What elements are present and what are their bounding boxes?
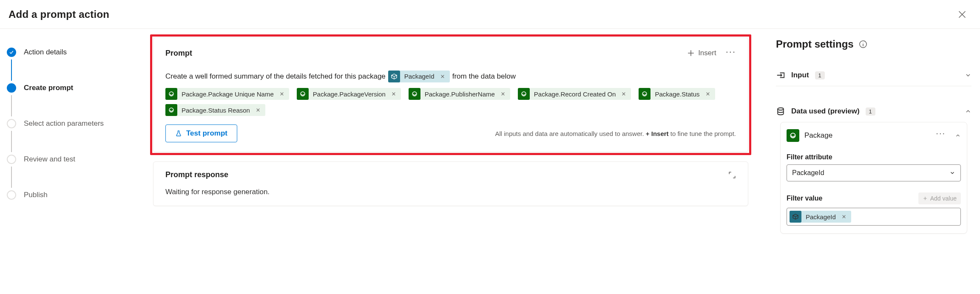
step-publish[interactable]: Publish bbox=[7, 188, 150, 202]
info-icon[interactable] bbox=[859, 40, 867, 48]
plus-icon bbox=[923, 196, 928, 201]
input-chip-packageid[interactable]: PackageId bbox=[388, 71, 450, 82]
connector bbox=[11, 131, 12, 152]
data-used-label: Data used (preview) bbox=[791, 107, 860, 116]
chip-label: Package.Package Unique Name bbox=[182, 90, 274, 98]
chevron-up-icon bbox=[965, 108, 971, 115]
chip-remove[interactable] bbox=[840, 215, 848, 219]
filter-attribute-label: Filter attribute bbox=[787, 153, 961, 161]
chip-label: Package.Record Created On bbox=[534, 90, 616, 98]
add-value-label: Add value bbox=[930, 195, 957, 202]
entity-header[interactable]: Package ··· bbox=[787, 128, 961, 142]
chip-remove[interactable] bbox=[254, 108, 262, 112]
more-button[interactable]: ··· bbox=[726, 46, 736, 60]
chevron-down-icon bbox=[949, 170, 955, 176]
beaker-icon bbox=[175, 130, 182, 137]
swirl-icon bbox=[409, 88, 420, 100]
chip-label: PackageId bbox=[404, 70, 435, 83]
input-section: Input 1 bbox=[776, 65, 971, 86]
data-chip[interactable]: Package.PublisherName bbox=[409, 88, 510, 100]
step-label: Action details bbox=[24, 48, 67, 57]
insert-label: Insert bbox=[698, 49, 716, 57]
prompt-text: Create a well formed summary of the deta… bbox=[165, 70, 386, 83]
settings-title: Prompt settings bbox=[776, 38, 971, 50]
prompt-card-header: Prompt Insert ··· bbox=[165, 46, 736, 60]
data-used-count-badge: 1 bbox=[866, 107, 875, 116]
settings-panel: Prompt settings Input 1 bbox=[767, 29, 980, 294]
input-section-label: Input bbox=[791, 71, 809, 79]
step-action-details[interactable]: Action details bbox=[7, 45, 150, 59]
entity-more-button[interactable]: ··· bbox=[936, 128, 946, 142]
connector bbox=[11, 95, 12, 116]
connector bbox=[11, 59, 12, 81]
close-button[interactable] bbox=[958, 10, 966, 19]
step-label: Create prompt bbox=[24, 84, 73, 92]
prompt-title: Prompt bbox=[165, 49, 192, 58]
data-chip[interactable]: Package.Package Unique Name bbox=[165, 88, 289, 100]
svg-point-7 bbox=[778, 108, 784, 110]
stepper: Action details Create prompt Select acti… bbox=[0, 29, 153, 294]
swirl-icon bbox=[787, 129, 799, 142]
prompt-editor[interactable]: Create a well formed summary of the deta… bbox=[165, 70, 736, 85]
dialog-header: Add a prompt action bbox=[0, 0, 980, 29]
dialog-title: Add a prompt action bbox=[9, 8, 109, 20]
filter-value-chip[interactable]: PackageId bbox=[790, 211, 851, 223]
response-title: Prompt response bbox=[165, 170, 228, 179]
connector bbox=[11, 167, 12, 188]
test-prompt-label: Test prompt bbox=[186, 129, 227, 138]
current-step-icon bbox=[7, 83, 16, 93]
step-label: Select action parameters bbox=[24, 119, 104, 128]
entity-card: Package ··· Filter attribute PackageId bbox=[780, 122, 967, 234]
data-chip[interactable]: Package.Record Created On bbox=[518, 88, 631, 100]
chip-remove[interactable] bbox=[499, 92, 507, 96]
prompt-card: Prompt Insert ··· Create a well formed s… bbox=[153, 37, 748, 152]
swirl-icon bbox=[297, 88, 309, 100]
entity-name: Package bbox=[804, 131, 832, 140]
input-section-header[interactable]: Input 1 bbox=[776, 65, 971, 86]
chip-label: Package.Status bbox=[655, 90, 699, 98]
chip-label: Package.Status Reason bbox=[182, 107, 250, 114]
pending-step-icon bbox=[7, 155, 16, 164]
filter-value-input[interactable]: PackageId bbox=[787, 208, 961, 226]
step-create-prompt[interactable]: Create prompt bbox=[7, 81, 150, 95]
step-review-test[interactable]: Review and test bbox=[7, 152, 150, 167]
input-icon bbox=[776, 71, 785, 80]
data-chip[interactable]: Package.PackageVersion bbox=[297, 88, 401, 100]
response-status: Waiting for response generation. bbox=[165, 188, 736, 196]
chip-label: Package.PublisherName bbox=[425, 90, 495, 98]
chevron-up-icon bbox=[955, 133, 961, 139]
pending-step-icon bbox=[7, 119, 16, 128]
swirl-icon bbox=[639, 88, 650, 100]
hint-text: All inputs and data are automatically us… bbox=[495, 130, 736, 137]
expand-button[interactable] bbox=[728, 171, 736, 179]
data-used-section: Data used (preview) 1 Package ··· bbox=[776, 101, 971, 241]
chip-remove[interactable] bbox=[390, 92, 398, 96]
main-column: Prompt Insert ··· Create a well formed s… bbox=[153, 29, 767, 294]
chip-remove[interactable] bbox=[704, 92, 712, 96]
data-used-header[interactable]: Data used (preview) 1 bbox=[776, 101, 971, 122]
chip-label: Package.PackageVersion bbox=[313, 90, 386, 98]
filter-attribute-select[interactable]: PackageId bbox=[787, 164, 961, 181]
filter-attribute-value: PackageId bbox=[792, 169, 824, 177]
chip-remove[interactable] bbox=[439, 74, 446, 79]
cube-icon bbox=[388, 71, 400, 82]
response-card: Prompt response Waiting for response gen… bbox=[153, 161, 748, 206]
add-value-button[interactable]: Add value bbox=[918, 192, 961, 204]
test-prompt-button[interactable]: Test prompt bbox=[165, 124, 237, 142]
chip-remove[interactable] bbox=[620, 92, 628, 96]
swirl-icon bbox=[165, 104, 177, 116]
check-icon bbox=[7, 48, 16, 57]
input-count-badge: 1 bbox=[815, 71, 825, 79]
swirl-icon bbox=[165, 88, 177, 100]
chip-remove[interactable] bbox=[278, 92, 286, 96]
data-chip[interactable]: Package.Status bbox=[639, 88, 715, 100]
data-chip[interactable]: Package.Status Reason bbox=[165, 104, 265, 116]
chevron-down-icon bbox=[965, 72, 971, 79]
plus-icon bbox=[687, 49, 695, 57]
cube-icon bbox=[790, 211, 801, 223]
insert-button[interactable]: Insert bbox=[687, 49, 716, 57]
step-label: Publish bbox=[24, 191, 48, 199]
pending-step-icon bbox=[7, 190, 16, 200]
step-select-parameters[interactable]: Select action parameters bbox=[7, 116, 150, 131]
prompt-text: from the data below bbox=[452, 70, 516, 83]
